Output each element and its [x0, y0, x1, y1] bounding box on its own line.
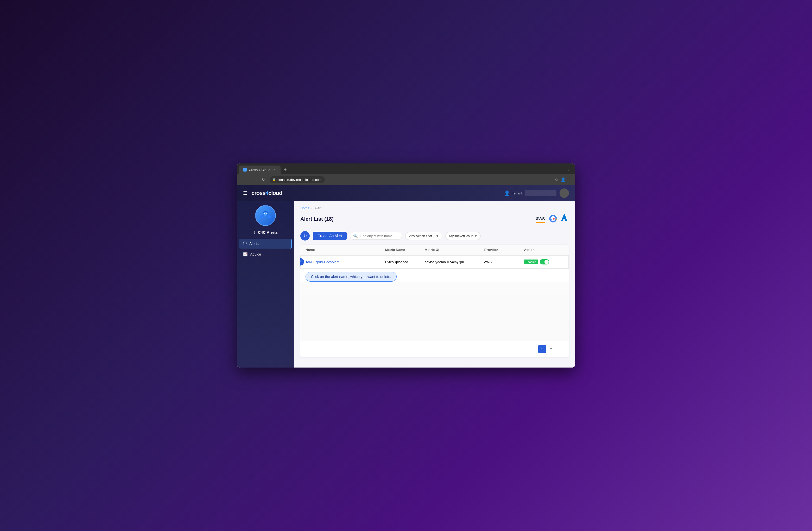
bucket-group-chevron: ▾: [475, 234, 477, 238]
provider-logos: aws G o o: [536, 214, 569, 224]
browser-tabs: 4 Cross 4 Cloud ✕ + ⌄: [237, 163, 575, 174]
account-icon: 👤: [504, 190, 510, 196]
sidebar-title-text: C4C Alerts: [258, 230, 278, 234]
table-container: Name Metric Name Metric Of Provider Acti…: [300, 245, 569, 357]
breadcrumb-sep: /: [311, 206, 313, 210]
sidebar-collapse-icon[interactable]: ❮: [253, 231, 256, 234]
azure-logo: [561, 214, 569, 224]
back-button[interactable]: ←: [240, 176, 247, 183]
browser-toolbar: ← → ↻ 🔒 ☆ 👤 ⋮: [237, 174, 575, 185]
col-name: Name: [306, 248, 385, 252]
breadcrumb-home[interactable]: Home: [300, 206, 309, 210]
col-action: Action: [524, 248, 564, 252]
hamburger-menu[interactable]: ☰: [243, 190, 247, 196]
table-row: ro6iuucp0d-DocsAlert BytesUploaded advis…: [300, 255, 569, 269]
sidebar-item-alerts[interactable]: ⓘ Alerts: [239, 239, 292, 248]
reload-button[interactable]: ↻: [260, 176, 267, 183]
alerts-icon: ⓘ: [243, 241, 247, 246]
create-alert-button[interactable]: Create An Alert: [313, 232, 347, 240]
col-metric-of: Metric Of: [425, 248, 484, 252]
action-status-label: Any Action Stat...: [409, 234, 435, 238]
bookmark-star-icon[interactable]: ☆: [555, 177, 559, 182]
browser-chrome: 4 Cross 4 Cloud ✕ + ⌄ ← → ↻ 🔒 ☆ 👤 ⋮: [237, 163, 575, 185]
alert-name-cell: ro6iuucp0d-DocsAlert: [306, 260, 385, 264]
more-options-icon[interactable]: ⋮: [568, 177, 572, 182]
search-box: 🔍: [350, 232, 402, 240]
url-bar[interactable]: [270, 176, 325, 183]
metric-of-cell: advisorydemo01c4cny7jru: [425, 260, 484, 264]
col-provider: Provider: [484, 248, 524, 252]
user-avatar[interactable]: [560, 188, 569, 198]
app-logo: cross4cloud: [251, 190, 282, 197]
active-tab[interactable]: 4 Cross 4 Cloud ✕: [239, 166, 280, 174]
tooltip-message: Click on the alert name, which you want …: [306, 272, 397, 282]
forward-button[interactable]: →: [250, 176, 257, 183]
sidebar-avatar-icon: [259, 209, 272, 222]
aws-underline: [536, 222, 545, 223]
table-row: [300, 282, 569, 294]
app-container: ☰ cross4cloud 👤 Tenant:: [237, 185, 575, 368]
svg-point-5: [266, 213, 267, 214]
sidebar: ❮ C4C Alerts ⓘ Alerts 📈 Advice: [237, 201, 294, 368]
sidebar-avatar: [255, 205, 276, 226]
svg-text:G
                  o
        : G o o g l e: [550, 217, 558, 220]
refresh-button[interactable]: ↻: [300, 231, 310, 241]
next-page-button[interactable]: ›: [556, 345, 564, 353]
search-input[interactable]: [360, 234, 399, 238]
page-2-button[interactable]: 2: [547, 345, 555, 353]
svg-point-2: [267, 215, 272, 219]
table-header: Name Metric Name Metric Of Provider Acti…: [300, 245, 569, 255]
url-lock-icon: 🔒: [272, 178, 276, 182]
breadcrumb: Home / Alert: [300, 206, 569, 210]
sidebar-item-label-advice: Advice: [250, 252, 261, 256]
svg-point-3: [263, 212, 267, 216]
metric-name-cell: BytesUploaded: [385, 260, 425, 264]
gcp-logo: G o o g l e: [548, 215, 558, 224]
svg-point-1: [259, 215, 264, 219]
title-row: Alert List (18) aws: [300, 214, 569, 228]
toggle-switch[interactable]: [540, 259, 549, 264]
tenant-area: 👤 Tenant:: [504, 190, 556, 196]
main-content: Home / Alert Alert List (18) aws: [294, 201, 575, 368]
action-status-chevron: ▾: [436, 234, 438, 238]
list-toolbar: ↻ Create An Alert 🔍 Any Action Stat... ▾…: [300, 231, 569, 241]
svg-point-4: [264, 213, 265, 214]
aws-logo: aws: [536, 216, 545, 223]
provider-cell: AWS: [484, 260, 524, 264]
nav-left: ☰ cross4cloud: [243, 190, 282, 197]
sidebar-item-advice[interactable]: 📈 Advice: [239, 249, 292, 259]
top-nav: ☰ cross4cloud 👤 Tenant:: [237, 185, 575, 201]
breadcrumb-current: Alert: [314, 206, 321, 210]
browser-window: 4 Cross 4 Cloud ✕ + ⌄ ← → ↻ 🔒 ☆ 👤 ⋮: [237, 163, 575, 368]
bucket-group-filter[interactable]: MyBucketGroup ▾: [445, 232, 481, 240]
tenant-selector[interactable]: [525, 190, 556, 196]
row-wrapper-1: 2 ro6iuucp0d-DocsAlert BytesUploaded adv…: [300, 255, 569, 269]
sidebar-title: ❮ C4C Alerts: [237, 228, 294, 236]
new-tab-button[interactable]: +: [281, 166, 289, 173]
aws-text: aws: [536, 216, 545, 221]
empty-space: [300, 294, 569, 341]
pagination: ‹ 1 2 ›: [300, 341, 569, 357]
page-1-button[interactable]: 1: [538, 345, 546, 353]
sidebar-nav: ⓘ Alerts 📈 Advice: [237, 239, 294, 260]
alert-name-link[interactable]: ro6iuucp0d-DocsAlert: [306, 260, 338, 264]
col-metric-name: Metric Name: [385, 248, 425, 252]
tab-favicon: 4: [243, 168, 247, 172]
action-status-filter[interactable]: Any Action Stat... ▾: [405, 232, 442, 240]
sidebar-item-label-alerts: Alerts: [249, 242, 259, 246]
tab-title: Cross 4 Cloud: [249, 168, 270, 172]
profile-icon[interactable]: 👤: [561, 177, 566, 182]
nav-right: 👤 Tenant:: [504, 188, 569, 198]
page-title: Alert List (18): [300, 216, 334, 222]
prev-page-button[interactable]: ‹: [530, 345, 537, 353]
tab-close-button[interactable]: ✕: [272, 168, 276, 172]
tenant-label: Tenant:: [512, 191, 523, 195]
toolbar-icons: ☆ 👤 ⋮: [555, 177, 572, 182]
enabled-badge: Enabled: [524, 259, 538, 264]
url-bar-container: 🔒: [270, 176, 552, 183]
body-layout: ❮ C4C Alerts ⓘ Alerts 📈 Advice: [237, 201, 575, 368]
tooltip-callout: Click on the alert name, which you want …: [300, 269, 569, 282]
advice-icon: 📈: [243, 252, 247, 256]
bucket-group-label: MyBucketGroup: [449, 234, 474, 238]
browser-menu-button[interactable]: ⌄: [566, 166, 573, 173]
